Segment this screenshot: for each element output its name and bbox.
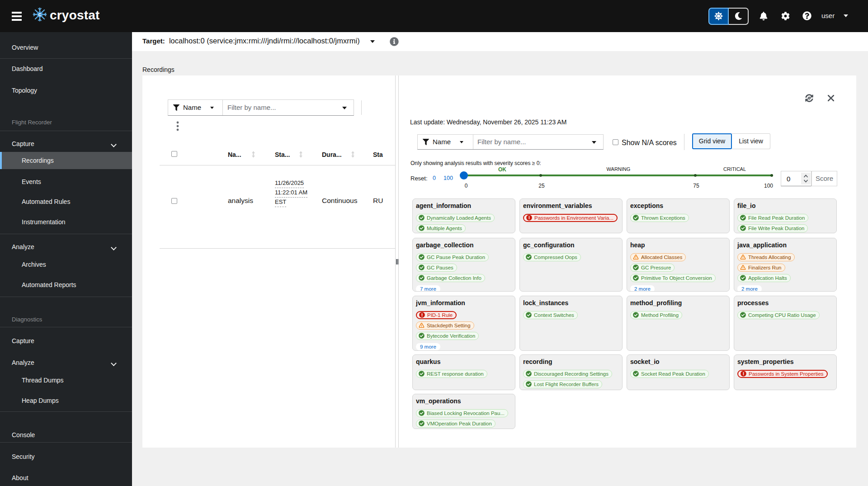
- svg-text:c: c: [38, 11, 42, 18]
